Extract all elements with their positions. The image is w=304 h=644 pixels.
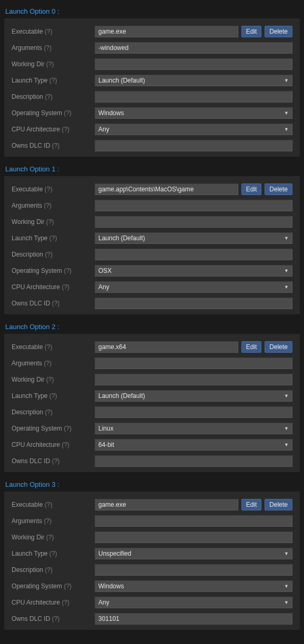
delete-button[interactable]: Delete (265, 183, 292, 195)
description-label: Description (?) (12, 251, 95, 258)
help-icon[interactable]: (?) (64, 582, 72, 590)
help-icon[interactable]: (?) (49, 550, 57, 557)
working-dir-input[interactable] (95, 58, 292, 70)
cpu_architecture-label: CPU Architecture (?) (12, 283, 95, 291)
operating-system-select[interactable]: Windows (95, 107, 292, 119)
help-icon[interactable]: (?) (46, 218, 54, 226)
description-input[interactable] (95, 91, 292, 103)
cpu_architecture-label: CPU Architecture (?) (12, 599, 95, 606)
operating-system-select[interactable]: OSX (95, 265, 292, 277)
description-input[interactable] (95, 406, 292, 418)
help-icon[interactable]: (?) (64, 267, 72, 274)
working_dir-label: Working Dir (?) (12, 218, 95, 226)
launch_type-label: Launch Type (?) (12, 234, 95, 242)
help-icon[interactable]: (?) (52, 457, 60, 465)
arguments-input[interactable] (95, 200, 292, 211)
launch-type-select[interactable]: Launch (Default) (95, 75, 292, 86)
owns-dlc-id-input[interactable] (95, 455, 292, 467)
help-icon[interactable]: (?) (44, 360, 52, 367)
executable-input[interactable] (95, 26, 238, 37)
executable-input[interactable] (95, 499, 238, 510)
description-label: Description (?) (12, 408, 95, 416)
help-icon[interactable]: (?) (62, 283, 69, 291)
section-body: Executable (?)EditDeleteArguments (?)Wor… (4, 176, 300, 314)
launch-option-section: Launch Option 2 :Executable (?)EditDelet… (4, 320, 300, 472)
help-icon[interactable]: (?) (45, 501, 53, 508)
section-title: Launch Option 1 : (4, 162, 300, 176)
cpu_architecture-label: CPU Architecture (?) (12, 441, 95, 448)
cpu-architecture-select[interactable]: Any (95, 281, 292, 293)
executable-label: Executable (?) (12, 186, 95, 193)
cpu-architecture-select[interactable]: Any (95, 124, 292, 135)
executable-label: Executable (?) (12, 501, 95, 508)
help-icon[interactable]: (?) (52, 300, 60, 307)
cpu-architecture-select[interactable]: 64-bit (95, 439, 292, 451)
owns-dlc-id-input[interactable] (95, 298, 292, 309)
executable-label: Executable (?) (12, 28, 95, 35)
arguments-input[interactable] (95, 357, 292, 369)
operating-system-select[interactable]: Windows (95, 580, 292, 592)
help-icon[interactable]: (?) (46, 534, 54, 541)
help-icon[interactable]: (?) (45, 343, 53, 351)
help-icon[interactable]: (?) (44, 202, 52, 209)
launch-option-section: Launch Option 0 :Executable (?)EditDelet… (4, 4, 300, 157)
arguments-input[interactable] (95, 515, 292, 527)
executable-label: Executable (?) (12, 343, 95, 351)
operating_system-label: Operating System (?) (12, 109, 95, 117)
delete-button[interactable]: Delete (265, 26, 292, 37)
delete-button[interactable]: Delete (265, 341, 292, 353)
owns-dlc-id-input[interactable] (95, 613, 292, 625)
operating_system-label: Operating System (?) (12, 425, 95, 432)
edit-button[interactable]: Edit (241, 26, 262, 37)
edit-button[interactable]: Edit (241, 341, 262, 353)
launch-type-select[interactable]: Launch (Default) (95, 390, 292, 402)
section-body: Executable (?)EditDeleteArguments (?)Wor… (4, 18, 300, 157)
help-icon[interactable]: (?) (46, 376, 54, 383)
executable-input[interactable] (95, 341, 238, 353)
operating_system-label: Operating System (?) (12, 582, 95, 590)
help-icon[interactable]: (?) (52, 142, 60, 149)
section-title: Launch Option 3 : (4, 477, 300, 492)
arguments-input[interactable] (95, 42, 292, 54)
arguments-label: Arguments (?) (12, 517, 95, 525)
help-icon[interactable]: (?) (46, 60, 54, 68)
help-icon[interactable]: (?) (44, 44, 52, 52)
arguments-label: Arguments (?) (12, 360, 95, 367)
working-dir-input[interactable] (95, 216, 292, 228)
description-label: Description (?) (12, 566, 95, 574)
launch-type-select[interactable]: Unspecified (95, 548, 292, 559)
delete-button[interactable]: Delete (265, 499, 292, 510)
arguments-label: Arguments (?) (12, 202, 95, 209)
help-icon[interactable]: (?) (62, 126, 69, 133)
edit-button[interactable]: Edit (241, 499, 262, 510)
edit-button[interactable]: Edit (241, 183, 262, 195)
help-icon[interactable]: (?) (44, 517, 52, 525)
help-icon[interactable]: (?) (62, 441, 69, 448)
working-dir-input[interactable] (95, 374, 292, 385)
description-label: Description (?) (12, 93, 95, 100)
help-icon[interactable]: (?) (45, 186, 53, 193)
help-icon[interactable]: (?) (45, 566, 53, 574)
executable-input[interactable] (95, 183, 238, 195)
help-icon[interactable]: (?) (45, 93, 53, 100)
help-icon[interactable]: (?) (49, 77, 57, 84)
help-icon[interactable]: (?) (64, 109, 72, 117)
help-icon[interactable]: (?) (62, 599, 69, 606)
description-input[interactable] (95, 564, 292, 576)
operating-system-select[interactable]: Linux (95, 423, 292, 434)
help-icon[interactable]: (?) (45, 408, 53, 416)
operating_system-label: Operating System (?) (12, 267, 95, 274)
cpu-architecture-select[interactable]: Any (95, 597, 292, 608)
launch-type-select[interactable]: Launch (Default) (95, 232, 292, 244)
help-icon[interactable]: (?) (64, 425, 72, 432)
description-input[interactable] (95, 249, 292, 260)
help-icon[interactable]: (?) (49, 392, 57, 400)
working-dir-input[interactable] (95, 531, 292, 543)
help-icon[interactable]: (?) (45, 28, 53, 35)
section-body: Executable (?)EditDeleteArguments (?)Wor… (4, 492, 300, 630)
help-icon[interactable]: (?) (45, 251, 53, 258)
owns-dlc-id-input[interactable] (95, 140, 292, 151)
owns_dlc_id-label: Owns DLC ID (?) (12, 615, 95, 622)
help-icon[interactable]: (?) (52, 615, 60, 622)
help-icon[interactable]: (?) (49, 234, 57, 242)
